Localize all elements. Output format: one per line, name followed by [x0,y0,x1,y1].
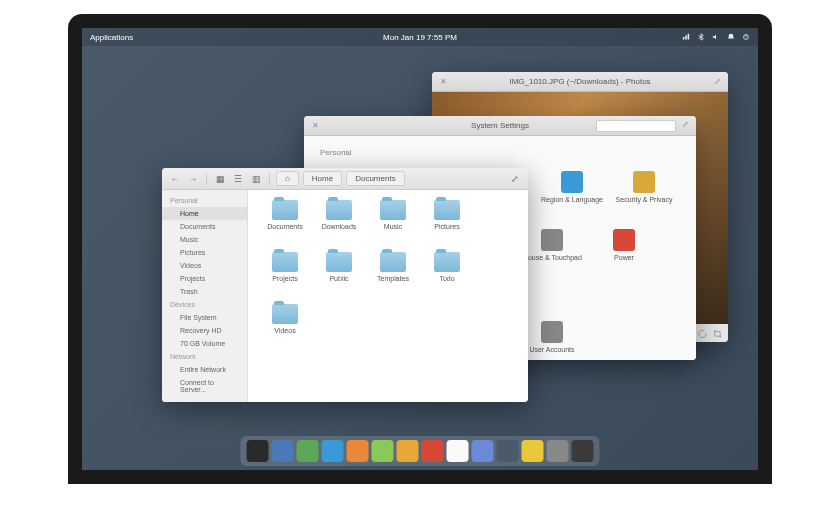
dock-app[interactable] [297,440,319,462]
dock-app[interactable] [497,440,519,462]
applications-menu[interactable]: Applications [90,33,133,42]
dock-app[interactable] [272,440,294,462]
settings-item-label: User Accounts [529,346,574,353]
crop-icon[interactable] [713,329,722,338]
power-icon[interactable] [742,33,750,41]
laptop-frame: Applications Mon Jan 19 7:55 PM ✕ IMG_10… [68,14,772,484]
top-panel: Applications Mon Jan 19 7:55 PM [82,28,758,46]
folder-item[interactable]: Downloads [312,200,366,252]
folder-item[interactable]: Pictures [420,200,474,252]
settings-item[interactable]: Region & Language [536,161,608,213]
settings-item-icon [633,171,655,193]
folder-label: Videos [274,327,295,334]
folder-label: Public [329,275,348,282]
folder-icon [380,252,406,272]
files-sidebar: Personal HomeDocumentsMusicPicturesVideo… [162,190,248,402]
path-segment-0[interactable]: Home [303,171,342,186]
dock-app[interactable] [447,440,469,462]
dock-app[interactable] [547,440,569,462]
close-icon[interactable]: ✕ [438,77,448,87]
folder-label: Pictures [434,223,459,230]
sidebar-item[interactable]: Trash [162,285,247,298]
folder-item[interactable]: Documents [258,200,312,252]
path-home[interactable]: ⌂ [276,171,299,186]
folder-icon [326,252,352,272]
sidebar-item[interactable]: Music [162,233,247,246]
maximize-icon[interactable]: ⤢ [680,120,690,130]
files-toolbar: ← → ▦ ☰ ▥ ⌂ Home Documents ⤢ [162,168,528,190]
folder-icon [272,304,298,324]
folder-label: Music [384,223,402,230]
dock-app[interactable] [397,440,419,462]
rotate-right-icon[interactable] [698,329,707,338]
view-list-button[interactable]: ☰ [231,172,245,186]
path-segment-1[interactable]: Documents [346,171,404,186]
dock-app[interactable] [372,440,394,462]
dock-app[interactable] [522,440,544,462]
folder-label: Templates [377,275,409,282]
sidebar-item[interactable]: File System [162,311,247,324]
folder-icon [380,200,406,220]
folder-icon [434,252,460,272]
dock [241,436,600,466]
sidebar-item[interactable]: Recovery HD [162,324,247,337]
folder-item[interactable]: Music [366,200,420,252]
section-personal-label: Personal [320,148,680,157]
settings-item-label: Mouse & Touchpad [522,254,582,261]
folder-label: Todo [439,275,454,282]
folder-icon [272,200,298,220]
settings-item-icon [541,229,563,251]
dock-app[interactable] [247,440,269,462]
sidebar-item[interactable]: Documents [162,220,247,233]
folder-item[interactable]: Projects [258,252,312,304]
sidebar-item[interactable]: Videos [162,259,247,272]
sidebar-item[interactable]: Entire Network [162,363,247,376]
dock-app[interactable] [472,440,494,462]
folder-icon [434,200,460,220]
bluetooth-icon[interactable] [697,33,705,41]
settings-item-icon [541,321,563,343]
sidebar-item[interactable]: Connect to Server... [162,376,247,396]
settings-item[interactable]: Power [588,219,660,271]
dock-app[interactable] [322,440,344,462]
folder-item[interactable]: Videos [258,304,312,356]
folder-label: Documents [267,223,302,230]
maximize-icon[interactable]: ⤢ [508,172,522,186]
folder-item[interactable]: Public [312,252,366,304]
settings-item[interactable]: Security & Privacy [608,161,680,213]
dock-app[interactable] [347,440,369,462]
view-column-button[interactable]: ▥ [249,172,263,186]
network-icon[interactable] [682,33,690,41]
settings-item-label: Security & Privacy [616,196,673,203]
folder-icon [272,252,298,272]
sidebar-item[interactable]: 70 GB Volume [162,337,247,350]
settings-item-icon [561,171,583,193]
forward-button[interactable]: → [186,172,200,186]
clock[interactable]: Mon Jan 19 7:55 PM [383,33,457,42]
close-icon[interactable]: ✕ [310,121,320,131]
desktop-screen: Applications Mon Jan 19 7:55 PM ✕ IMG_10… [82,28,758,470]
folder-label: Downloads [322,223,357,230]
maximize-icon[interactable]: ⤢ [712,77,722,87]
settings-titlebar[interactable]: ✕ System Settings ⤢ [304,116,696,136]
folder-item[interactable]: Todo [420,252,474,304]
view-grid-button[interactable]: ▦ [213,172,227,186]
volume-icon[interactable] [712,33,720,41]
photos-title: IMG_1010.JPG (~/Downloads) - Photos [509,77,650,86]
dock-app[interactable] [572,440,594,462]
sidebar-item[interactable]: Home [162,207,247,220]
notification-icon[interactable] [727,33,735,41]
folder-label: Projects [272,275,297,282]
dock-app[interactable] [422,440,444,462]
settings-item-icon [613,229,635,251]
sidebar-personal-header: Personal [162,194,247,207]
back-button[interactable]: ← [168,172,182,186]
sidebar-network-header: Network [162,350,247,363]
folder-icon [326,200,352,220]
sidebar-item[interactable]: Projects [162,272,247,285]
settings-search[interactable] [596,120,676,132]
sidebar-item[interactable]: Pictures [162,246,247,259]
photos-titlebar[interactable]: ✕ IMG_1010.JPG (~/Downloads) - Photos ⤢ [432,72,728,92]
sidebar-devices-header: Devices [162,298,247,311]
folder-item[interactable]: Templates [366,252,420,304]
